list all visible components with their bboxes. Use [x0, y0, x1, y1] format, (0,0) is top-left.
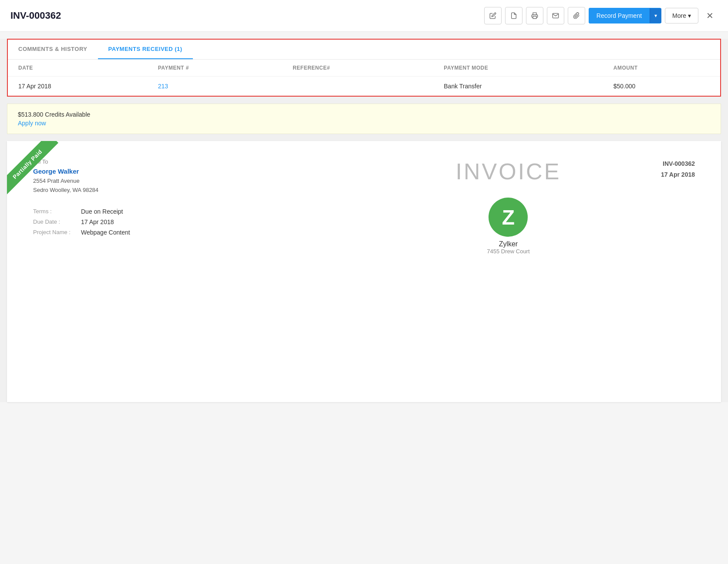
- main-content: COMMENTS & HISTORY PAYMENTS RECEIVED (1)…: [0, 39, 728, 402]
- print-button[interactable]: [526, 7, 543, 24]
- col-payment-num: PAYMENT #: [148, 60, 282, 77]
- due-date-row: Due Date : 17 Apr 2018: [33, 218, 338, 225]
- header-actions: Record Payment ▾ More ▾ ✕: [484, 7, 718, 24]
- payment-amount: $50.000: [603, 77, 720, 96]
- customer-name: George Walker: [33, 168, 338, 175]
- tab-comments-history[interactable]: COMMENTS & HISTORY: [8, 40, 98, 59]
- invoice-title: INVOICE: [356, 158, 661, 185]
- project-row: Project Name : Webpage Content: [33, 229, 338, 236]
- company-address: 7455 Drew Court: [356, 248, 661, 255]
- invoice-body: Bill To George Walker 2554 Pratt Avenue …: [7, 141, 721, 289]
- svg-rect-0: [533, 16, 536, 18]
- chevron-down-icon: ▾: [654, 13, 657, 19]
- edit-icon: [489, 12, 496, 19]
- apply-now-link[interactable]: Apply now: [18, 120, 46, 127]
- chevron-down-icon: ▾: [688, 12, 691, 19]
- invoice-details: Terms : Due on Receipt Due Date : 17 Apr…: [33, 208, 338, 236]
- ribbon-wrap: Partially Paid: [7, 141, 77, 211]
- due-date-value: 17 Apr 2018: [81, 218, 114, 225]
- invoice-left-col: Bill To George Walker 2554 Pratt Avenue …: [33, 158, 356, 239]
- terms-value: Due on Receipt: [81, 208, 123, 215]
- tabs-header: COMMENTS & HISTORY PAYMENTS RECEIVED (1): [8, 40, 720, 60]
- col-date: DATE: [8, 60, 148, 77]
- pdf-icon: [510, 12, 517, 19]
- payment-number: 213: [148, 77, 282, 96]
- payments-table: DATE PAYMENT # REFERENCE# PAYMENT MODE A…: [8, 60, 720, 96]
- col-amount: AMOUNT: [603, 60, 720, 77]
- attachment-button[interactable]: [568, 7, 585, 24]
- email-button[interactable]: [547, 7, 564, 24]
- payment-mode: Bank Transfer: [433, 77, 603, 96]
- record-payment-dropdown[interactable]: ▾: [650, 8, 661, 23]
- col-reference: REFERENCE#: [282, 60, 433, 77]
- credits-banner: $513.800 Credits Available Apply now: [7, 104, 721, 134]
- address-line2: Sedro Woolley, WA 98284: [33, 186, 338, 195]
- project-label: Project Name :: [33, 229, 81, 235]
- address-line1: 2554 Pratt Avenue: [33, 177, 338, 186]
- tabs-panel: COMMENTS & HISTORY PAYMENTS RECEIVED (1)…: [7, 39, 721, 97]
- print-icon: [531, 12, 538, 19]
- company-logo: Z: [489, 198, 528, 237]
- page-header: INV-000362: [0, 0, 728, 32]
- record-payment-button[interactable]: Record Payment: [589, 8, 650, 24]
- edit-button[interactable]: [484, 7, 502, 24]
- close-button[interactable]: ✕: [702, 8, 718, 24]
- table-header-row: DATE PAYMENT # REFERENCE# PAYMENT MODE A…: [8, 60, 720, 77]
- payment-link[interactable]: 213: [158, 83, 168, 90]
- partially-paid-ribbon: Partially Paid: [7, 141, 58, 195]
- terms-row: Terms : Due on Receipt: [33, 208, 338, 215]
- invoice-number: INV-000362: [10, 10, 61, 21]
- invoice-title-section: INVOICE Z Zylker 7455 Drew Court: [356, 158, 661, 255]
- company-name: Zylker: [356, 240, 661, 248]
- invoice-date-meta: 17 Apr 2018: [661, 169, 695, 180]
- invoice-meta: INV-000362 17 Apr 2018: [661, 158, 695, 180]
- table-row: 17 Apr 2018 213 Bank Transfer $50.000: [8, 77, 720, 96]
- email-icon: [552, 12, 559, 19]
- payment-date: 17 Apr 2018: [8, 77, 148, 96]
- project-value: Webpage Content: [81, 229, 130, 236]
- more-button[interactable]: More ▾: [665, 8, 698, 24]
- invoice-top-row: Bill To George Walker 2554 Pratt Avenue …: [33, 158, 695, 255]
- attachment-icon: [573, 12, 580, 19]
- due-date-label: Due Date :: [33, 218, 81, 225]
- credits-text: $513.800 Credits Available: [18, 111, 710, 118]
- pdf-button[interactable]: [505, 7, 522, 24]
- bill-to-label: Bill To: [33, 158, 338, 165]
- invoice-number-meta: INV-000362: [661, 158, 695, 169]
- col-payment-mode: PAYMENT MODE: [433, 60, 603, 77]
- tab-payments-received[interactable]: PAYMENTS RECEIVED (1): [98, 40, 193, 59]
- payment-reference: [282, 77, 433, 96]
- record-payment-button-group: Record Payment ▾: [589, 8, 661, 24]
- more-label: More: [672, 12, 686, 19]
- invoice-document: Partially Paid Bill To George Walker 255…: [7, 141, 721, 402]
- close-icon: ✕: [706, 10, 714, 21]
- company-initial: Z: [502, 205, 515, 229]
- bill-to-section: Bill To George Walker 2554 Pratt Avenue …: [33, 158, 338, 195]
